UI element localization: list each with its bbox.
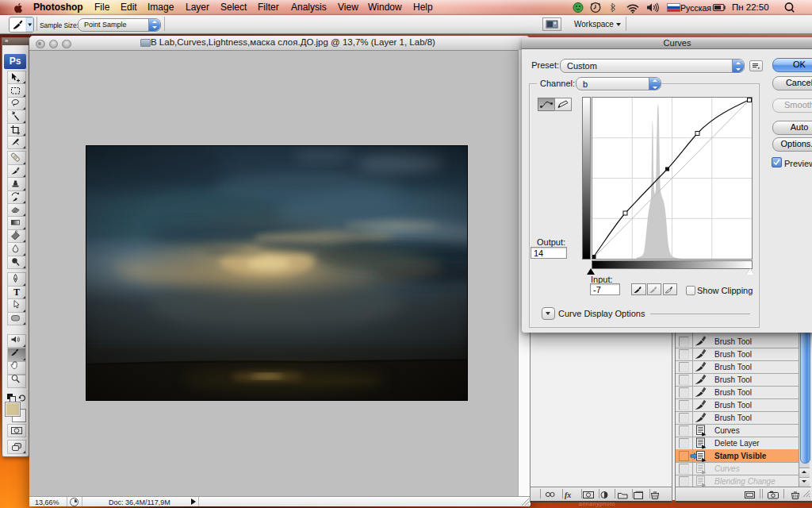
svg-text:fx: fx	[565, 491, 571, 499]
